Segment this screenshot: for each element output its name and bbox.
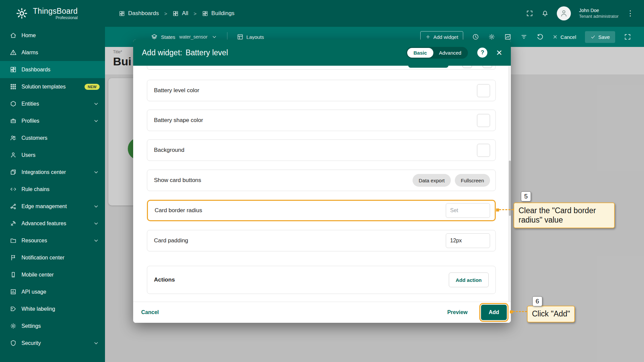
user-name: John Doe — [579, 8, 619, 14]
modal-header: Add widget: Battery level Basic Advanced… — [133, 40, 511, 66]
sidebar-item-api-usage[interactable]: API usage — [0, 283, 105, 300]
chevron-down-icon — [93, 169, 100, 176]
sidebar-item-dashboards[interactable]: Dashboards — [0, 61, 105, 78]
sidebar-item-profiles[interactable]: Profiles — [0, 112, 105, 129]
brand-name: ThingsBoard — [33, 7, 78, 16]
battery-shape-color-row: Battery shape color — [147, 110, 496, 131]
tab-advanced[interactable]: Advanced — [433, 48, 467, 58]
card-border-radius-input[interactable] — [446, 203, 490, 218]
tab-basic[interactable]: Basic — [407, 48, 433, 58]
modal-body: Battery level color Battery shape color … — [133, 66, 511, 302]
sidebar-item-users[interactable]: Users — [0, 146, 105, 164]
add-action-button[interactable]: Add action — [449, 273, 489, 287]
sidebar-item-resources[interactable]: Resources — [0, 232, 105, 249]
cancel-button[interactable]: Cancel — [141, 309, 159, 315]
breadcrumb-all[interactable]: All — [172, 10, 188, 17]
dashboards-icon — [202, 10, 208, 17]
thingsboard-logo-icon — [15, 6, 29, 20]
fullscreen-icon[interactable] — [526, 10, 533, 17]
home-icon — [10, 32, 17, 39]
brand: ThingsBoard Professional — [15, 0, 78, 27]
sidebar-item-security[interactable]: Security — [0, 335, 105, 352]
annotation-step-badge-5: 5 — [521, 191, 531, 201]
sidebar-item-notification-center[interactable]: Notification center — [0, 249, 105, 266]
new-badge: NEW — [85, 84, 100, 90]
person-icon — [559, 9, 568, 18]
shield-icon — [10, 340, 17, 347]
plus-icon — [425, 34, 431, 40]
states-selector[interactable]: States water_sensor — [151, 34, 218, 40]
close-icon — [552, 34, 558, 40]
chevron-down-icon — [93, 340, 100, 347]
history-icon[interactable] — [536, 33, 544, 41]
breadcrumb-dashboards[interactable]: Dashboards — [119, 10, 159, 17]
sidebar-item-solution-templates[interactable]: Solution templates NEW — [0, 78, 105, 95]
profiles-icon — [10, 117, 17, 124]
sidebar-item-entities[interactable]: Entities — [0, 95, 105, 112]
card-padding-input[interactable] — [446, 233, 490, 248]
add-button[interactable]: Add — [481, 305, 507, 320]
toolbar-cancel-button[interactable]: Cancel — [552, 34, 576, 40]
show-card-buttons-row: Show card buttons Data export Fullscreen — [147, 170, 496, 191]
folder-icon — [10, 237, 17, 244]
modal-footer: Cancel Preview Add — [133, 302, 511, 323]
card-border-radius-row: Card border radius — [147, 200, 496, 221]
basic-advanced-toggle: Basic Advanced — [406, 47, 468, 59]
chevron-down-icon — [93, 117, 100, 124]
card-padding-row: Card padding — [147, 230, 496, 251]
notifications-bell-icon[interactable] — [541, 10, 549, 17]
entities-icon — [10, 100, 17, 107]
actions-section: Actions Add action — [147, 266, 496, 294]
sidebar-item-alarms[interactable]: Alarms — [0, 44, 105, 61]
modal-scrollbar-thumb[interactable] — [509, 161, 511, 216]
add-widget-modal: Add widget: Battery level Basic Advanced… — [133, 40, 511, 323]
connector-line-6 — [513, 311, 527, 312]
sidebar-item-rule-chains[interactable]: Rule chains — [0, 181, 105, 198]
layouts-button[interactable]: Layouts — [237, 34, 264, 40]
chip-data-export[interactable]: Data export — [413, 174, 451, 187]
close-icon[interactable]: × — [496, 48, 502, 58]
top-header: ThingsBoard Professional Dashboards > Al… — [0, 0, 644, 27]
sidebar-item-advanced-features[interactable]: Advanced features — [0, 215, 105, 232]
gear-icon — [10, 322, 17, 329]
edge-share-icon — [10, 203, 17, 210]
connector-marker-6 — [510, 310, 513, 313]
preview-button[interactable]: Preview — [447, 309, 467, 315]
battery-level-color-swatch[interactable] — [477, 84, 490, 97]
sidebar-item-settings[interactable]: Settings — [0, 317, 105, 335]
avatar[interactable] — [557, 6, 571, 20]
sidebar-item-white-labeling[interactable]: White labeling — [0, 300, 105, 317]
chevron-down-icon — [93, 100, 100, 107]
breadcrumb-separator: > — [194, 11, 197, 16]
annotation-step-badge-6: 6 — [532, 296, 542, 306]
tools-icon — [10, 220, 17, 227]
chip-fullscreen[interactable]: Fullscreen — [455, 174, 490, 187]
alarm-warning-icon — [10, 49, 17, 56]
toolbar-save-button[interactable]: Save — [585, 31, 615, 43]
battery-shape-color-swatch[interactable] — [477, 114, 490, 127]
sidebar-item-integrations-center[interactable]: Integrations center — [0, 164, 105, 181]
dashboards-icon — [172, 10, 179, 17]
dashboards-icon — [10, 66, 17, 73]
fullscreen-icon[interactable] — [624, 33, 631, 41]
sidebar: Home Alarms Dashboards Solution template… — [0, 27, 105, 362]
flag-icon — [10, 254, 17, 261]
sidebar-item-edge-management[interactable]: Edge management — [0, 198, 105, 215]
breadcrumb-buildings[interactable]: Buildings — [202, 10, 234, 17]
kebab-menu-icon[interactable]: ⋮ — [627, 10, 634, 17]
sidebar-item-home[interactable]: Home — [0, 27, 105, 44]
layers-icon — [151, 34, 158, 40]
help-icon[interactable]: ? — [477, 48, 487, 58]
connector-line-5 — [499, 209, 514, 210]
scrolled-off-toggle — [408, 66, 448, 68]
brand-subtitle: Professional — [56, 15, 78, 20]
label-tag-icon — [10, 305, 17, 312]
sidebar-item-customers[interactable]: Customers — [0, 129, 105, 146]
background-color-swatch[interactable] — [477, 144, 490, 157]
integrations-icon — [10, 169, 17, 176]
scrolled-off-row — [147, 66, 496, 70]
sidebar-item-mobile-center[interactable]: Mobile center — [0, 266, 105, 283]
annotation-callout-6: Click "Add" — [527, 306, 575, 322]
scrolled-off-control — [483, 66, 492, 68]
filter-icon[interactable] — [520, 33, 528, 41]
